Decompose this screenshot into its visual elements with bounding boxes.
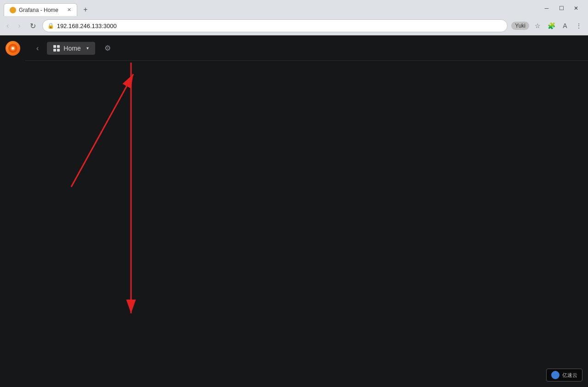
close-button[interactable]: ✕	[570, 4, 582, 13]
address-bar[interactable]: 🔒 192.168.246.133:3000	[42, 19, 508, 32]
maximize-button[interactable]: ☐	[555, 4, 568, 13]
window-controls: ─ ☐ ✕	[540, 4, 582, 13]
grafana-app: ‹ Home ▾ ⚙	[0, 35, 588, 387]
sidebar-logo[interactable]	[0, 35, 25, 61]
user-chip: Yuki	[511, 22, 529, 30]
browser-titlebar: Grafana - Home ✕ + ─ ☐ ✕	[0, 0, 588, 17]
forward-button[interactable]: ›	[15, 21, 23, 31]
home-label: Home	[63, 45, 80, 52]
bookmark-button[interactable]: ☆	[532, 20, 543, 31]
browser-controls: ‹ › ↻ 🔒 192.168.246.133:3000 Yuki ☆ 🧩 A …	[0, 17, 588, 35]
tab-favicon-icon	[10, 7, 16, 13]
topbar: ‹ Home ▾ ⚙	[25, 35, 588, 61]
browser-menu-button[interactable]: ⋮	[573, 20, 584, 31]
watermark-icon	[551, 371, 559, 379]
back-button[interactable]: ‹	[4, 21, 11, 31]
tab-close-button[interactable]: ✕	[67, 7, 71, 13]
browser-toolbar-icons: Yuki ☆ 🧩 A ⋮	[511, 20, 584, 31]
browser-chrome: Grafana - Home ✕ + ─ ☐ ✕ ‹ › ↻ 🔒 192.168…	[0, 0, 588, 35]
topbar-settings-button[interactable]: ⚙	[100, 41, 115, 55]
watermark-text: 亿速云	[562, 372, 577, 379]
sidebar-collapse-button[interactable]: ‹	[33, 42, 42, 54]
refresh-button[interactable]: ↻	[27, 21, 39, 31]
home-grid-icon	[53, 45, 60, 52]
translate-button[interactable]: A	[559, 20, 571, 31]
minimize-button[interactable]: ─	[540, 4, 553, 13]
dropdown-arrow-icon: ▾	[86, 46, 89, 51]
address-text: 192.168.246.133:3000	[57, 23, 503, 29]
grafana-logo-icon	[6, 41, 20, 56]
extensions-button[interactable]: 🧩	[546, 20, 557, 31]
home-dropdown-button[interactable]: Home ▾	[47, 42, 95, 55]
new-tab-button[interactable]: +	[79, 3, 92, 16]
tab-title: Grafana - Home	[19, 7, 58, 13]
watermark: 亿速云	[546, 369, 582, 381]
address-security-icon: 🔒	[47, 23, 54, 29]
svg-point-2	[11, 47, 14, 50]
browser-tab[interactable]: Grafana - Home ✕	[4, 3, 77, 16]
